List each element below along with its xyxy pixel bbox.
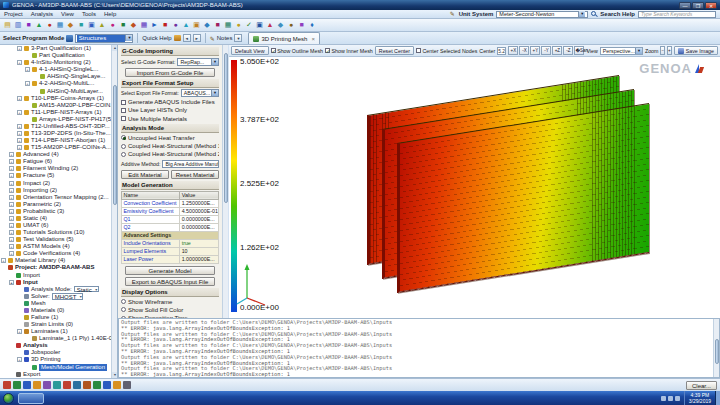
status-bar-icon[interactable]	[3, 381, 11, 389]
tree-item[interactable]: + T13-3DP-2DFS (In-Situ-The...	[0, 130, 117, 137]
radio-icon[interactable]	[121, 299, 126, 304]
parameter-value[interactable]: true	[180, 239, 219, 247]
tree-item[interactable]: + UMAT (6)	[0, 222, 117, 229]
expand-toggle-icon[interactable]: +	[9, 251, 14, 256]
radio-icon[interactable]	[121, 144, 126, 149]
parameter-value[interactable]: 1.0000000E...	[180, 255, 219, 263]
tree-item[interactable]: + Fatigue (6)	[0, 158, 117, 165]
tree-item[interactable]: + Laminates (1)	[0, 328, 117, 335]
tree-item[interactable]: + Materials (0)	[0, 307, 117, 314]
value-column-header[interactable]: Value	[180, 191, 219, 199]
menu-item[interactable]: Project	[4, 11, 23, 17]
toolbar-icon[interactable]: ►	[150, 20, 159, 30]
close-button[interactable]: ✕	[705, 2, 717, 9]
menu-item[interactable]: Tools	[82, 11, 96, 17]
reset-center-button[interactable]: Reset Center	[375, 46, 414, 55]
show-inner-mesh-checkbox[interactable]	[325, 48, 330, 53]
toolbar-icon[interactable]: ▲	[266, 20, 275, 30]
expand-toggle-icon[interactable]: +	[9, 216, 14, 221]
toolbar-icon[interactable]: ◆	[129, 20, 138, 30]
parameter-value[interactable]: 10	[180, 247, 219, 255]
tree-item[interactable]: + Filament Winding (2)	[0, 165, 117, 172]
parameter-row[interactable]: Q10.0000000E...	[122, 215, 219, 223]
tree-item[interactable]: + Impact (2)	[0, 179, 117, 186]
expand-toggle-icon[interactable]: +	[9, 280, 14, 285]
axis-view-button[interactable]: +Y	[530, 46, 540, 55]
tree-item[interactable]: + T14-LPBF-NIST-Aborjan (1)	[0, 137, 117, 144]
toolbar-icon[interactable]: ✓	[245, 20, 254, 30]
parameter-row[interactable]: Lumped Elements10	[122, 247, 219, 255]
toolbar-icon[interactable]: ■	[24, 20, 33, 30]
printed-plates-model[interactable]	[367, 95, 667, 305]
tab-close-icon[interactable]: ×	[311, 36, 315, 42]
tree-item[interactable]: + Part Qualification	[0, 52, 117, 59]
taskbar-app-button[interactable]	[18, 393, 44, 404]
parameter-row[interactable]: Advanced Settings	[122, 231, 219, 239]
status-bar-icon[interactable]	[43, 381, 51, 389]
expand-toggle-icon[interactable]: +	[9, 159, 14, 164]
unit-system-select[interactable]: Meter-Second-Newton ▼	[496, 11, 588, 18]
quick-help-label[interactable]: Quick Help	[142, 35, 171, 41]
toolbar-icon[interactable]: ●	[287, 20, 296, 30]
tree-item[interactable]: + Failure (1)	[0, 314, 117, 321]
menu-item[interactable]: Help	[104, 11, 116, 17]
clear-console-button[interactable]: Clear...	[686, 381, 717, 390]
quick-help-prev-button[interactable]: ◄	[183, 34, 191, 42]
tree-item[interactable]: + AHSinQ-SingleLaye...	[0, 73, 117, 80]
panel-scrollbar[interactable]	[222, 45, 228, 318]
axis-view-button[interactable]: �San	[574, 46, 584, 55]
toolbar-icon[interactable]: ●	[45, 20, 54, 30]
program-mode-select[interactable]: Structures ▼	[75, 34, 133, 43]
parameter-row[interactable]: Include Orientationstrue	[122, 239, 219, 247]
maximize-button[interactable]: ❐	[692, 2, 704, 9]
checkbox-icon[interactable]	[121, 100, 126, 105]
tree-item[interactable]: + AHSinQ-MultiLayer...	[0, 87, 117, 94]
expand-toggle-icon[interactable]: +	[17, 357, 22, 362]
expand-toggle-icon[interactable]: +	[17, 96, 22, 101]
zoom-out-button[interactable]: −	[660, 46, 665, 55]
expand-toggle-icon[interactable]: +	[17, 131, 22, 136]
3d-viewport[interactable]: 5.050E+023.787E+022.525E+021.262E+020.00…	[229, 57, 720, 318]
tree-item[interactable]: + Parametric (2)	[0, 201, 117, 208]
tree-inline-select[interactable]: MHOST	[52, 293, 84, 300]
expand-toggle-icon[interactable]: +	[25, 81, 30, 86]
analysis-mode-radio[interactable]: Coupled Heat-Structural (Method 2)	[121, 151, 219, 157]
checkbox-icon[interactable]	[121, 108, 126, 113]
view-mode-select[interactable]: Perspective... ▼	[600, 47, 643, 55]
expand-toggle-icon[interactable]: +	[9, 230, 14, 235]
status-bar-icon[interactable]	[83, 381, 91, 389]
export-abaqus-button[interactable]: Export to ABAQUS Input File	[125, 277, 215, 286]
status-bar-icon[interactable]	[123, 381, 131, 389]
tree-item[interactable]: + T15-AM20P-LPBF-COINs-A...	[0, 144, 117, 151]
axis-view-button[interactable]: +Z	[552, 46, 562, 55]
expand-toggle-icon[interactable]: +	[9, 244, 14, 249]
toolbar-icon[interactable]: ●	[234, 20, 243, 30]
toolbar-icon[interactable]: ■	[77, 20, 86, 30]
status-bar-icon[interactable]	[33, 381, 41, 389]
expand-toggle-icon[interactable]: +	[9, 237, 14, 242]
toolbar-icon[interactable]: ▲	[35, 20, 44, 30]
import-gcode-button[interactable]: Import From G-Code File	[125, 68, 215, 77]
tree-item[interactable]: + Static (4)	[0, 215, 117, 222]
tree-item[interactable]: + AM15-AM20P-LPBF-COIN...	[0, 102, 117, 109]
radio-icon[interactable]	[121, 135, 126, 140]
toolbar-icon[interactable]: ▣	[87, 20, 96, 30]
toolbar-icon[interactable]: ▲	[182, 20, 191, 30]
toolbar-icon[interactable]: ▦	[140, 20, 149, 30]
toolbar-icon[interactable]: ▲	[98, 20, 107, 30]
axis-view-button[interactable]: -Y	[541, 46, 551, 55]
export-format-select[interactable]: ABAQUS... ▼	[181, 89, 219, 97]
expand-toggle-icon[interactable]: +	[9, 209, 14, 214]
gcode-format-select[interactable]: RepRap... ▼	[177, 58, 219, 66]
export-option-checkbox[interactable]: Generate ABAQUS Include Files	[121, 99, 219, 105]
status-bar-icon[interactable]	[103, 381, 111, 389]
tree-item[interactable]: + T10-LPBF-Coins-Arrays (1)	[0, 95, 117, 102]
status-bar-icon[interactable]	[23, 381, 31, 389]
tree-item[interactable]: + 3D Printing	[0, 356, 117, 363]
minimize-button[interactable]: —	[679, 2, 691, 9]
axis-view-button[interactable]: +X	[508, 46, 518, 55]
menu-item[interactable]: View	[61, 11, 74, 17]
expand-toggle-icon[interactable]: +	[17, 138, 22, 143]
display-option[interactable]: Show Wireframe	[121, 299, 219, 305]
tree-item[interactable]: + Mesh	[0, 300, 117, 307]
